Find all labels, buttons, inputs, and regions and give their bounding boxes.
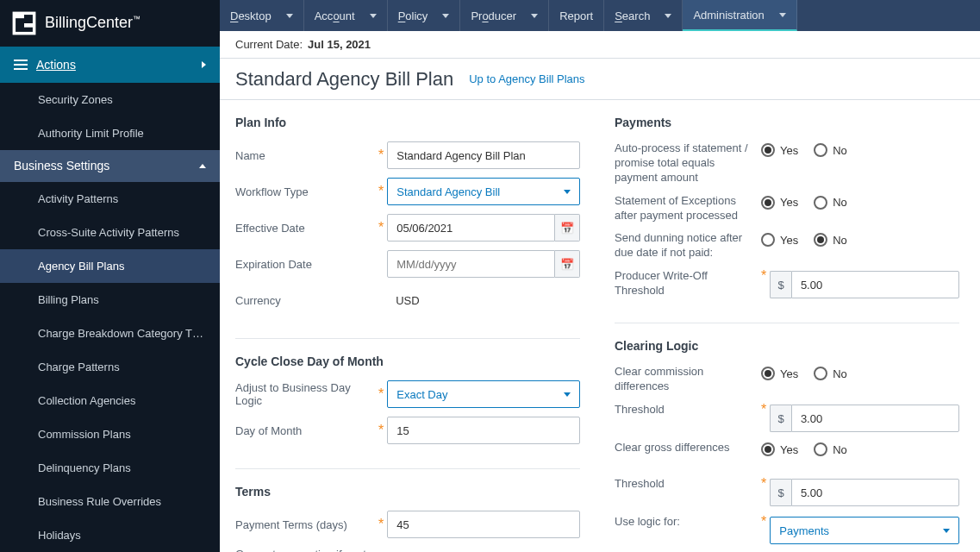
radio-yes[interactable]: Yes: [761, 143, 798, 157]
radio-circle-icon: [814, 196, 827, 210]
topnav-label: Report: [559, 9, 593, 22]
top-nav: DesktopAccountPolicyProducerReportSearch…: [220, 0, 980, 31]
sidebar-section-business-settings[interactable]: Business Settings: [0, 150, 220, 182]
radio-circle-icon: [814, 143, 827, 157]
name-label: Name: [235, 149, 378, 162]
radio-label: Yes: [780, 367, 798, 380]
threshold2-input[interactable]: [791, 479, 959, 506]
radio-circle-icon: [814, 367, 827, 380]
topnav-label: Search: [615, 9, 650, 22]
radio-circle-icon: [761, 196, 775, 210]
radio-yes[interactable]: Yes: [761, 196, 798, 210]
radio-no[interactable]: No: [814, 233, 847, 247]
brand-icon: [12, 11, 36, 35]
sidebar-item[interactable]: Activity Patterns: [0, 182, 220, 216]
expiration-date-input[interactable]: [387, 250, 555, 278]
chevron-up-icon: [199, 164, 206, 168]
radio-no[interactable]: No: [814, 442, 847, 456]
currency-label: Currency: [235, 294, 378, 307]
page-title: Standard Agency Bill Plan: [235, 68, 453, 91]
logo: BillingCenter™: [0, 0, 220, 47]
name-input[interactable]: [387, 141, 580, 169]
sidebar-item[interactable]: Billing Plans: [0, 283, 220, 317]
writeoff-label: Producer Write-Off Threshold: [615, 269, 761, 298]
calendar-icon: 📅: [560, 258, 574, 271]
clear-gross-label: Clear gross differences: [615, 441, 761, 455]
radio-yes[interactable]: Yes: [761, 367, 798, 380]
required-icon: *: [761, 403, 766, 417]
sidebar-item[interactable]: Collection Agencies: [0, 384, 220, 417]
radio-no[interactable]: No: [814, 143, 847, 157]
breadcrumb-link[interactable]: Up to Agency Bill Plans: [469, 72, 584, 85]
actions-menu[interactable]: Actions: [0, 47, 220, 83]
workflow-select[interactable]: Standard Agency Bill: [387, 178, 580, 205]
topnav-desktop[interactable]: Desktop: [220, 0, 304, 31]
sidebar-item[interactable]: Cross-Suite Activity Patterns: [0, 216, 220, 249]
topnav-label: Administration: [693, 9, 764, 22]
sidebar-item[interactable]: Charge Patterns: [0, 350, 220, 384]
sidebar-item[interactable]: Charge Breakdown Category T…: [0, 317, 220, 350]
sidebar-item[interactable]: Delinquency Plans: [0, 451, 220, 485]
adjust-select[interactable]: Exact Day: [387, 380, 580, 408]
chevron-down-icon: [943, 529, 950, 533]
section-plan-info: Plan Info Name * Workflow Type * Standar…: [235, 116, 580, 339]
current-date-value: Jul 15, 2021: [308, 38, 371, 51]
topnav-report[interactable]: Report: [549, 0, 604, 31]
radio-circle-icon: [814, 442, 827, 456]
section-terms: Terms Payment Terms (days) * Generate ex…: [235, 485, 580, 552]
topnav-label: Policy: [398, 9, 428, 22]
radio-label: Yes: [780, 443, 798, 456]
radio-label: No: [833, 443, 847, 456]
topnav-administration[interactable]: Administration: [683, 0, 796, 31]
effective-date-input[interactable]: [387, 214, 555, 242]
sidebar-item[interactable]: Security Zones: [0, 83, 220, 116]
topnav-label: Account: [315, 9, 355, 22]
radio-label: Yes: [780, 144, 798, 157]
current-date-label: Current Date:: [235, 38, 303, 51]
threshold1-input[interactable]: [791, 405, 959, 432]
sidebar: BillingCenter™ Actions Security ZonesAut…: [0, 0, 220, 552]
topnav-account[interactable]: Account: [304, 0, 388, 31]
radio-circle-icon: [761, 367, 775, 380]
title-bar: Standard Agency Bill Plan Up to Agency B…: [220, 59, 980, 100]
radio-yes[interactable]: Yes: [761, 442, 798, 456]
chevron-down-icon: [779, 13, 786, 17]
dollar-icon: $: [770, 405, 791, 432]
topnav-search[interactable]: Search: [604, 0, 683, 31]
day-of-month-label: Day of Month: [235, 424, 378, 437]
sidebar-item[interactable]: Holidays: [0, 518, 220, 552]
threshold1-label: Threshold: [615, 403, 761, 417]
day-of-month-input[interactable]: [387, 417, 580, 444]
radio-circle-icon: [761, 233, 775, 247]
radio-yes[interactable]: Yes: [761, 233, 798, 247]
radio-circle-icon: [761, 442, 775, 456]
dollar-icon: $: [770, 271, 791, 298]
calendar-icon: 📅: [560, 222, 574, 235]
radio-circle-icon: [761, 143, 775, 157]
writeoff-input[interactable]: [791, 271, 959, 298]
threshold2-label: Threshold: [615, 477, 761, 492]
calendar-button[interactable]: 📅: [555, 250, 580, 278]
topnav-label: Desktop: [230, 9, 272, 22]
main: DesktopAccountPolicyProducerReportSearch…: [220, 0, 980, 552]
right-column: Payments Auto-process if statement / pro…: [615, 116, 959, 536]
topnav-label: Producer: [471, 9, 516, 22]
radio-no[interactable]: No: [814, 367, 847, 380]
chevron-down-icon: [370, 14, 377, 18]
topnav-policy[interactable]: Policy: [388, 0, 461, 31]
sidebar-item[interactable]: Commission Plans: [0, 417, 220, 451]
use-logic-select[interactable]: Payments: [770, 517, 959, 544]
sidebar-item[interactable]: Business Rule Overrides: [0, 485, 220, 518]
svg-rect-1: [14, 13, 24, 18]
dunning-label: Send dunning notice after due date if no…: [615, 231, 761, 260]
sidebar-item[interactable]: Agency Bill Plans: [0, 249, 220, 283]
radio-no[interactable]: No: [814, 196, 847, 210]
calendar-button[interactable]: 📅: [555, 214, 580, 242]
dollar-icon: $: [770, 479, 791, 506]
topnav-producer[interactable]: Producer: [460, 0, 549, 31]
select-value: Payments: [779, 524, 829, 537]
chevron-down-icon: [665, 14, 671, 18]
payment-terms-input[interactable]: [387, 511, 580, 538]
section-title: Cycle Close Day of Month: [235, 354, 580, 368]
sidebar-item[interactable]: Authority Limit Profile: [0, 116, 220, 150]
